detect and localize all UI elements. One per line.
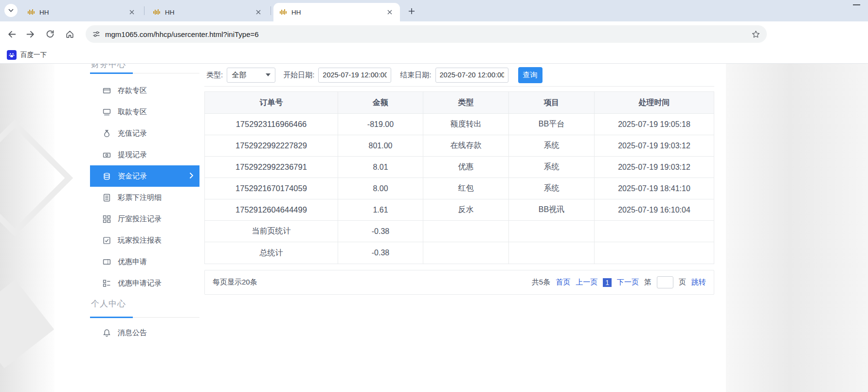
close-icon <box>387 10 392 15</box>
end-date-input[interactable] <box>435 68 508 83</box>
start-date-label: 开始日期: <box>283 71 314 80</box>
table-cell-total-summary-amount: -0.38 <box>338 242 423 264</box>
sidebar-item-message-announcements[interactable]: 消息公告 <box>90 322 199 343</box>
sidebar-item-label: 充值记录 <box>118 129 147 138</box>
table-cell-order: 1752922992236791 <box>205 157 338 178</box>
personal-menu: 消息公告 <box>90 322 199 343</box>
tab-search-button[interactable] <box>4 4 18 17</box>
sidebar-item-recharge-records[interactable]: 充值记录 <box>90 123 199 144</box>
sidebar-item-hall-bet-records[interactable]: 厅室投注记录 <box>90 208 199 230</box>
reload-icon <box>46 30 54 38</box>
home-button[interactable] <box>61 26 78 42</box>
section-title-finance: 财务中心 <box>91 64 126 70</box>
chevron-down-icon <box>8 9 14 12</box>
tab-label: HH <box>291 9 301 16</box>
table-cell-order: 1752922992227829 <box>205 135 338 157</box>
page-viewport: 财务中心 存款专区 取款专区 充值记录 提现记录 资金记录 <box>0 64 868 392</box>
browser-tab-2[interactable]: HH <box>147 3 269 21</box>
back-button[interactable] <box>3 26 19 42</box>
table-cell-order: 1752923116966466 <box>205 114 338 135</box>
table-cell-project: BB平台 <box>509 114 595 135</box>
table-cell-amount: 801.00 <box>338 135 423 157</box>
table-cell-page-summary-amount: -0.38 <box>338 221 423 242</box>
column-header-process-time: 处理时间 <box>595 92 714 114</box>
tab-close-button[interactable] <box>385 8 394 17</box>
prev-page-link[interactable]: 上一页 <box>576 278 597 287</box>
table-cell-time: 2025-07-19 19:03:12 <box>595 135 714 157</box>
browser-tab-3-active[interactable]: HH <box>273 3 400 21</box>
tab-strip: HH HH HH <box>0 0 868 21</box>
table-cell-type: 在线存款 <box>423 135 509 157</box>
table-cell-empty <box>423 242 509 264</box>
sidebar-item-promo-apply-records[interactable]: 优惠申请记录 <box>90 272 199 294</box>
left-background-gutter <box>0 64 54 392</box>
sidebar-item-funds-records[interactable]: 资金记录 <box>90 165 199 187</box>
type-select-value: 全部 <box>232 71 246 80</box>
start-date-input[interactable] <box>318 68 391 83</box>
sidebar-item-label: 优惠申请 <box>118 257 147 267</box>
reload-button[interactable] <box>42 26 58 42</box>
finance-menu: 存款专区 取款专区 充值记录 提现记录 资金记录 <box>90 80 199 294</box>
table-cell-time: 2025-07-19 19:05:18 <box>595 114 714 135</box>
list-grid-icon <box>103 279 111 287</box>
tab-label: HH <box>165 9 175 16</box>
browser-tab-1[interactable]: HH <box>21 3 142 21</box>
sidebar-item-player-bet-report[interactable]: 玩家投注报表 <box>90 230 199 251</box>
sidebar-item-promo-apply[interactable]: 优惠申请 <box>90 251 199 272</box>
sidebar-item-label: 提现记录 <box>118 150 147 160</box>
total-count-label: 共5条 <box>532 278 550 287</box>
baidu-paw-icon <box>8 52 15 58</box>
new-tab-button[interactable] <box>406 5 417 17</box>
sidebar-item-label: 取款专区 <box>118 107 147 117</box>
sidebar-item-label: 厅室投注记录 <box>118 214 162 224</box>
window-minimize-button[interactable] <box>853 4 860 5</box>
sidebar-item-withdraw-zone[interactable]: 取款专区 <box>90 101 199 123</box>
sidebar-item-deposit-zone[interactable]: 存款专区 <box>90 80 199 101</box>
url-text: mgm1065.com/hhcp/usercenter.html?iniType… <box>105 30 259 38</box>
table-cell-order: 1752921670174059 <box>205 178 338 199</box>
cash-icon <box>103 151 111 159</box>
table-cell-empty <box>595 242 714 264</box>
table-cell-project: 系统 <box>509 157 595 178</box>
query-button[interactable]: 查询 <box>518 67 542 83</box>
bookmark-star-button[interactable] <box>752 30 760 38</box>
section-title-personal: 个人中心 <box>91 298 126 309</box>
table-cell-amount: -819.00 <box>338 114 423 135</box>
table-cell-amount: 8.00 <box>338 178 423 199</box>
table-cell-amount: 1.61 <box>338 199 423 221</box>
report-check-icon <box>103 236 111 245</box>
decor-triangle-solid <box>0 280 54 368</box>
url-bar[interactable]: mgm1065.com/hhcp/usercenter.html?iniType… <box>86 25 767 43</box>
withdraw-card-icon <box>103 108 111 116</box>
forward-button[interactable] <box>22 26 39 42</box>
table-cell-time: 2025-07-19 16:10:04 <box>595 199 714 221</box>
sidebar-item-label: 存款专区 <box>118 86 147 95</box>
tab-close-button[interactable] <box>127 8 136 17</box>
sidebar-item-label: 彩票下注明细 <box>118 193 162 202</box>
tab-close-button[interactable] <box>254 8 263 17</box>
funds-records-table: 订单号 金额 类型 项目 处理时间 1752923116966466 -819.… <box>204 91 714 264</box>
sidebar-item-withdrawal-records[interactable]: 提现记录 <box>90 144 199 165</box>
table-cell-project: BB视讯 <box>509 199 595 221</box>
sidebar-item-lottery-bet-details[interactable]: 彩票下注明细 <box>90 187 199 208</box>
jump-page-input[interactable] <box>657 276 673 288</box>
column-header-amount: 金额 <box>338 92 423 114</box>
table-cell-project: 系统 <box>509 178 595 199</box>
bookmark-baidu[interactable]: 百度一下 <box>20 51 47 59</box>
baidu-favicon <box>7 50 17 60</box>
jump-label-post: 页 <box>679 278 686 287</box>
grid-icon <box>103 215 111 223</box>
tab-label: HH <box>39 9 49 16</box>
browser-navbar: mgm1065.com/hhcp/usercenter.html?iniType… <box>0 21 868 47</box>
end-date-label: 结束日期: <box>400 71 431 80</box>
jump-go-link[interactable]: 跳转 <box>691 278 706 287</box>
next-page-link[interactable]: 下一页 <box>617 278 639 287</box>
section-underline <box>90 317 133 318</box>
type-select[interactable]: 全部 <box>227 68 275 83</box>
current-page-indicator: 1 <box>603 278 612 287</box>
sidebar-item-label: 玩家投注报表 <box>118 236 162 245</box>
column-header-project: 项目 <box>509 92 595 114</box>
close-icon <box>256 10 261 15</box>
pagination-controls: 共5条 首页 上一页 1 下一页 第 页 跳转 <box>532 276 706 288</box>
first-page-link[interactable]: 首页 <box>556 278 570 287</box>
